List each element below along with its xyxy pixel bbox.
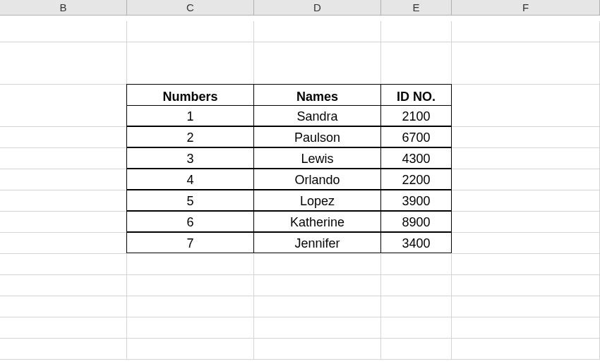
cell-B2[interactable]	[0, 42, 127, 66]
cell-E13[interactable]	[381, 275, 452, 296]
table-row[interactable]: Lopez	[253, 190, 381, 211]
cell-F15[interactable]	[452, 317, 600, 339]
table-row[interactable]: 3	[126, 147, 254, 169]
cell-E12[interactable]	[381, 254, 452, 275]
cell-B7[interactable]	[0, 148, 127, 169]
cell-F6[interactable]	[452, 127, 600, 148]
cell-F16[interactable]	[452, 339, 600, 360]
spreadsheet-grid: B C D E F Numbers Names ID NO. 1 Sandra …	[0, 0, 600, 360]
cell-F10[interactable]	[452, 212, 600, 233]
cell-E3[interactable]	[381, 63, 452, 85]
table-row[interactable]: 8900	[380, 211, 452, 232]
cell-C1[interactable]	[127, 21, 254, 42]
cell-D2[interactable]	[254, 42, 381, 66]
table-header-numbers[interactable]: Numbers	[126, 84, 254, 108]
cell-D1[interactable]	[254, 21, 381, 42]
column-header-C[interactable]: C	[127, 0, 254, 16]
cell-C2[interactable]	[127, 42, 254, 66]
cell-B12[interactable]	[0, 254, 127, 275]
cell-D12[interactable]	[254, 254, 381, 275]
table-row[interactable]: Jennifer	[253, 232, 381, 253]
cell-D14[interactable]	[254, 296, 381, 317]
column-header-D[interactable]: D	[254, 0, 381, 16]
table-row[interactable]: Paulson	[253, 126, 381, 147]
table-row[interactable]: 3900	[380, 190, 452, 211]
cell-F9[interactable]	[452, 190, 600, 212]
table-row[interactable]: Sandra	[253, 105, 381, 126]
cell-D13[interactable]	[254, 275, 381, 296]
table-row[interactable]: 4300	[380, 147, 452, 169]
table-row[interactable]: 2200	[380, 169, 452, 190]
cell-F1[interactable]	[452, 21, 600, 42]
cell-E16[interactable]	[381, 339, 452, 360]
table-row[interactable]: Orlando	[253, 169, 381, 190]
column-header-B[interactable]: B	[0, 0, 127, 16]
cell-D15[interactable]	[254, 317, 381, 339]
cell-E14[interactable]	[381, 296, 452, 317]
cell-B13[interactable]	[0, 275, 127, 296]
table-row[interactable]: 2	[126, 126, 254, 147]
table-row[interactable]: 7	[126, 232, 254, 253]
cell-C3[interactable]	[127, 63, 254, 85]
cell-C16[interactable]	[127, 339, 254, 360]
cell-C15[interactable]	[127, 317, 254, 339]
cell-F3[interactable]	[452, 63, 600, 85]
cell-F8[interactable]	[452, 169, 600, 190]
cell-B16[interactable]	[0, 339, 127, 360]
cell-B6[interactable]	[0, 127, 127, 148]
table-row[interactable]: Lewis	[253, 147, 381, 169]
cell-B3[interactable]	[0, 63, 127, 85]
cell-E15[interactable]	[381, 317, 452, 339]
cell-F4[interactable]	[452, 85, 600, 109]
table-row[interactable]: 1	[126, 105, 254, 126]
cell-B9[interactable]	[0, 190, 127, 212]
cell-B10[interactable]	[0, 212, 127, 233]
cell-E1[interactable]	[381, 21, 452, 42]
cell-B8[interactable]	[0, 169, 127, 190]
cell-F13[interactable]	[452, 275, 600, 296]
table-header-names[interactable]: Names	[253, 84, 381, 108]
cell-B4[interactable]	[0, 85, 127, 109]
table-row[interactable]: 2100	[380, 105, 452, 126]
table-row[interactable]: 4	[126, 169, 254, 190]
cell-C12[interactable]	[127, 254, 254, 275]
cell-F2[interactable]	[452, 42, 600, 66]
cell-B5[interactable]	[0, 106, 127, 127]
column-header-E[interactable]: E	[381, 0, 452, 16]
table-row[interactable]: Katherine	[253, 211, 381, 232]
cell-C13[interactable]	[127, 275, 254, 296]
cell-B1[interactable]	[0, 21, 127, 42]
cell-B15[interactable]	[0, 317, 127, 339]
cell-C14[interactable]	[127, 296, 254, 317]
cell-F14[interactable]	[452, 296, 600, 317]
column-header-F[interactable]: F	[452, 0, 600, 16]
cell-D3[interactable]	[254, 63, 381, 85]
cell-F11[interactable]	[452, 233, 600, 254]
cell-F5[interactable]	[452, 106, 600, 127]
cell-E2[interactable]	[381, 42, 452, 66]
cell-F12[interactable]	[452, 254, 600, 275]
cell-F7[interactable]	[452, 148, 600, 169]
table-row[interactable]: 5	[126, 190, 254, 211]
table-header-id[interactable]: ID NO.	[380, 84, 452, 108]
table-row[interactable]: 3400	[380, 232, 452, 253]
cell-B11[interactable]	[0, 233, 127, 254]
table-row[interactable]: 6	[126, 211, 254, 232]
table-row[interactable]: 6700	[380, 126, 452, 147]
cell-B14[interactable]	[0, 296, 127, 317]
cell-D16[interactable]	[254, 339, 381, 360]
